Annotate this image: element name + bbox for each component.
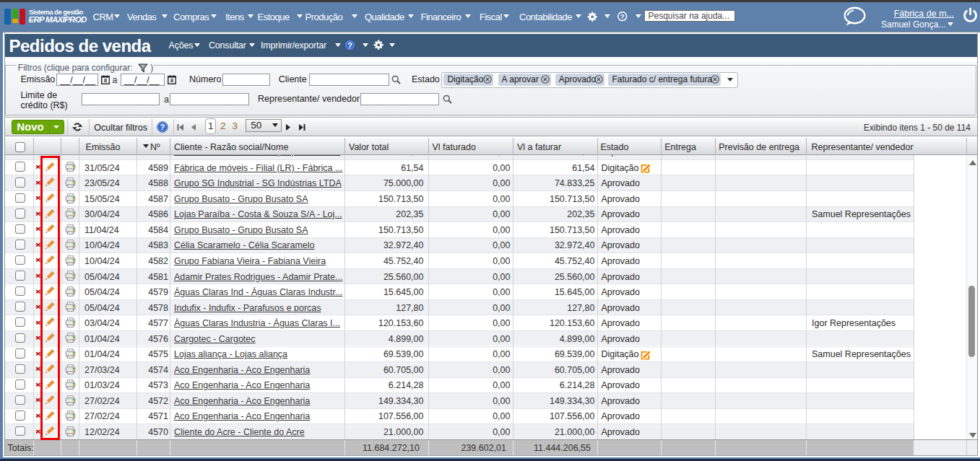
svg-text:?: ?: [160, 123, 165, 131]
svg-text:?: ?: [347, 41, 352, 50]
svg-text:?: ?: [620, 12, 625, 20]
svg-text:8: 8: [170, 77, 173, 84]
svg-text:8: 8: [103, 77, 107, 84]
